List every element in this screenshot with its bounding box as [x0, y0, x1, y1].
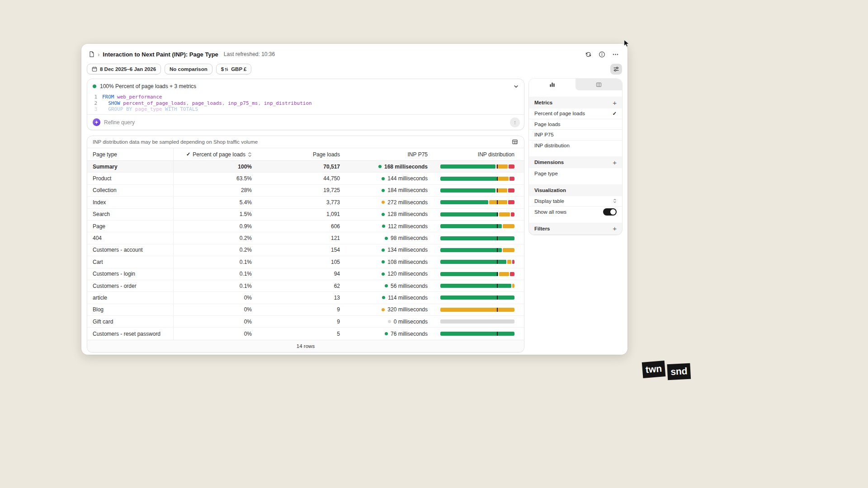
table-row[interactable]: Search1.5%1,091128 milliseconds — [87, 209, 524, 221]
bar-segment-good — [440, 248, 502, 252]
metric-option[interactable]: INP distribution — [529, 141, 622, 151]
table-row[interactable]: 4040.2%12198 milliseconds — [87, 232, 524, 244]
query-code[interactable]: 1FROM web_performance2 SHOW percent_of_p… — [87, 94, 524, 114]
content-area: 100% Percent of page loads + 3 metrics 1… — [81, 75, 627, 355]
panel-settings-button[interactable] — [610, 64, 622, 75]
p75-tick-marker — [497, 188, 498, 192]
currency-symbol: $ — [221, 66, 224, 72]
dimensions-title: Dimensions — [534, 160, 564, 165]
table-notice-bar: INP distribution data may be sampled dep… — [87, 136, 524, 148]
table-row[interactable]: Blog0%9320 milliseconds — [87, 304, 524, 316]
table-view-button[interactable] — [509, 136, 521, 147]
inp-value: 56 milliseconds — [391, 283, 428, 289]
inp-value: 272 milliseconds — [387, 199, 428, 206]
currency-label: GBP £ — [231, 66, 246, 72]
cell-inp-p75: 114 milliseconds — [345, 292, 433, 303]
more-menu-button[interactable] — [609, 49, 621, 60]
column-header-inp-p75[interactable]: INP P75 — [345, 148, 433, 160]
refine-query-input[interactable]: Refine query — [104, 119, 506, 126]
add-filter-button[interactable]: + — [613, 225, 617, 232]
table-row[interactable]: Summary100%70,517168 milliseconds — [87, 161, 524, 173]
metric-option[interactable]: INP P75 — [529, 130, 622, 141]
submit-query-button[interactable]: ↑ — [510, 117, 520, 127]
cell-inp-distribution — [433, 173, 524, 184]
bar-segment-needs_improvement — [503, 224, 514, 228]
inp-value: 76 milliseconds — [391, 331, 428, 337]
date-range-button[interactable]: 8 Dec 2025–6 Jan 2026 — [87, 64, 161, 75]
column-header-page-type[interactable]: Page type — [87, 148, 174, 160]
bar-segment-good — [440, 296, 514, 300]
panel-spacer — [529, 151, 622, 156]
comparison-button[interactable]: No comparison — [165, 64, 212, 75]
bar-segment-no_data — [440, 319, 514, 324]
metric-option[interactable]: Percent of page loads✓ — [529, 108, 622, 119]
column-header-percent[interactable]: ✓ Percent of page loads — [174, 148, 257, 160]
cell-page-type: Customers - account — [87, 244, 174, 256]
bar-segment-needs_improvement — [496, 188, 507, 192]
table-row[interactable]: Customers - order0.1%6256 milliseconds — [87, 280, 524, 292]
inp-distribution-bar — [440, 332, 514, 336]
inp-distribution-bar — [440, 296, 514, 300]
chevron-down-icon[interactable] — [514, 84, 519, 89]
inp-distribution-bar — [440, 177, 514, 181]
cell-page-type: Collection — [87, 185, 174, 196]
inp-value: 128 milliseconds — [387, 211, 428, 217]
table-row[interactable]: article0%13114 milliseconds — [87, 292, 524, 304]
sampling-notice: INP distribution data may be sampled dep… — [93, 139, 258, 145]
table-row[interactable]: Collection28%19,725184 milliseconds — [87, 185, 524, 197]
currency-button[interactable]: $ GBP £ — [216, 64, 252, 75]
tab-raw-table[interactable] — [576, 79, 622, 90]
cell-percent: 0.2% — [174, 244, 257, 256]
cell-inp-p75: 144 milliseconds — [345, 173, 433, 184]
add-dimension-button[interactable]: + — [613, 159, 617, 166]
metric-option[interactable]: Page loads — [529, 119, 622, 130]
cell-inp-p75: 98 milliseconds — [345, 232, 433, 244]
p75-tick-marker — [497, 236, 498, 240]
table-row[interactable]: Page0.9%606112 milliseconds — [87, 221, 524, 232]
show-all-rows-toggle[interactable] — [603, 208, 617, 216]
p75-tick-marker — [497, 308, 498, 312]
bar-segment-poor — [511, 212, 514, 216]
p75-tick-marker — [497, 164, 498, 169]
inp-distribution-bar — [440, 164, 514, 169]
table-row[interactable]: Customers - account0.2%154134 millisecon… — [87, 244, 524, 256]
inp-distribution-bar — [440, 319, 514, 324]
table-row[interactable]: Cart0.1%105108 milliseconds — [87, 256, 524, 268]
cell-percent: 63.5% — [174, 173, 257, 184]
add-metric-button[interactable]: + — [613, 99, 617, 106]
table-row[interactable]: Gift card0%90 milliseconds — [87, 316, 524, 328]
column-label: Page type — [93, 151, 117, 158]
table-row[interactable]: Product63.5%44,750144 milliseconds — [87, 173, 524, 184]
column-header-inp-distribution[interactable]: INP distribution — [433, 148, 524, 160]
display-type-select[interactable]: Display table — [529, 196, 622, 207]
inp-value: 144 milliseconds — [387, 175, 428, 182]
table-row[interactable]: Customers - login0.1%94120 milliseconds — [87, 268, 524, 280]
info-button[interactable] — [596, 49, 608, 60]
table-row[interactable]: Customers - reset password0%576 millisec… — [87, 328, 524, 339]
line-number: 3 — [93, 106, 97, 113]
tab-visualization-setup[interactable] — [529, 79, 576, 90]
cell-page-type: Summary — [87, 161, 174, 172]
bar-segment-needs_improvement — [489, 200, 507, 204]
dimension-option[interactable]: Page type — [529, 168, 622, 179]
p75-tick-marker — [497, 332, 498, 336]
show-all-rows-label: Show all rows — [534, 209, 566, 215]
window-header: › Interaction to Next Paint (INP): Page … — [81, 44, 627, 62]
cell-percent: 28% — [174, 185, 257, 196]
cell-page-loads: 121 — [257, 232, 345, 244]
cell-inp-p75: 56 milliseconds — [345, 280, 433, 291]
bar-segment-good — [440, 188, 495, 192]
inp-status-dot — [382, 249, 385, 252]
bar-segment-good — [440, 177, 497, 181]
p75-tick-marker — [497, 212, 498, 216]
cell-page-type: Customers - login — [87, 268, 174, 280]
cell-percent: 0.2% — [174, 232, 257, 244]
inp-value: 114 milliseconds — [388, 295, 428, 301]
column-header-page-loads[interactable]: Page loads — [257, 148, 345, 160]
refresh-button[interactable] — [582, 49, 594, 60]
column-label: INP distribution — [478, 151, 514, 158]
query-summary-row[interactable]: 100% Percent of page loads + 3 metrics — [87, 79, 524, 94]
query-editor-card: 100% Percent of page loads + 3 metrics 1… — [87, 79, 524, 130]
table-row[interactable]: Index5.4%3,773272 milliseconds — [87, 197, 524, 208]
check-icon: ✓ — [186, 151, 190, 157]
